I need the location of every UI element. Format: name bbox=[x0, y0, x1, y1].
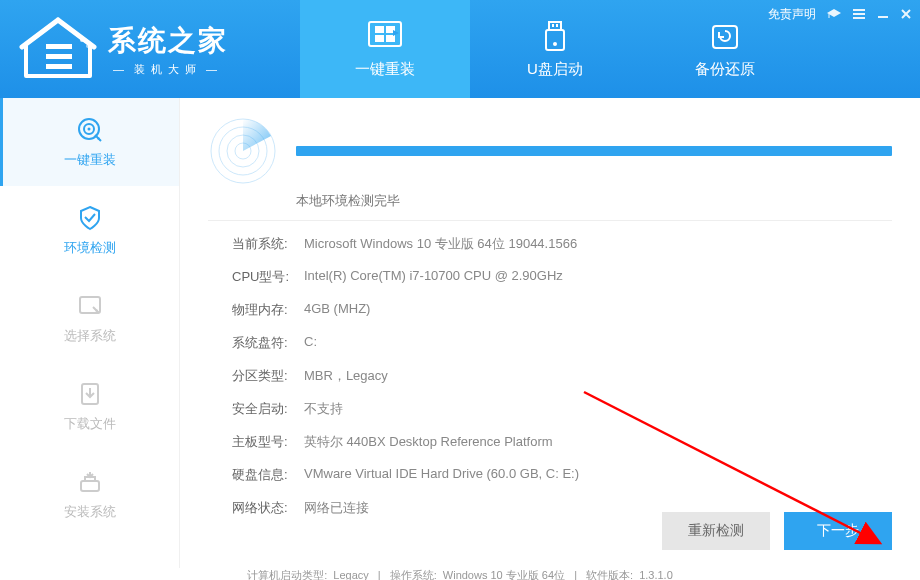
svg-rect-12 bbox=[556, 24, 558, 27]
logo-subtitle: 装机大师 bbox=[108, 62, 228, 77]
svg-point-24 bbox=[87, 128, 90, 131]
sidebar-item-label: 安装系统 bbox=[64, 503, 116, 521]
status-text: 本地环境检测完毕 bbox=[296, 192, 892, 210]
divider bbox=[208, 220, 892, 221]
footer-boot-label: 计算机启动类型: bbox=[247, 569, 327, 580]
svg-rect-11 bbox=[552, 24, 554, 27]
radar-icon bbox=[208, 116, 278, 186]
info-row-disk: 硬盘信息:VMware Virtual IDE Hard Drive (60.0… bbox=[232, 466, 892, 484]
svg-point-3 bbox=[80, 38, 84, 42]
target-icon bbox=[75, 115, 105, 145]
info-row-memory: 物理内存:4GB (MHZ) bbox=[232, 301, 892, 319]
footer-os-value: Windows 10 专业版 64位 bbox=[443, 569, 565, 580]
tab-usb-boot[interactable]: U盘启动 bbox=[470, 0, 640, 98]
recheck-button[interactable]: 重新检测 bbox=[662, 512, 770, 550]
tab-label: U盘启动 bbox=[527, 60, 583, 79]
info-row-os: 当前系统:Microsoft Windows 10 专业版 64位 19044.… bbox=[232, 235, 892, 253]
sidebar-item-env-check[interactable]: 环境检测 bbox=[0, 186, 179, 274]
sidebar-item-download[interactable]: 下载文件 bbox=[0, 362, 179, 450]
svg-rect-13 bbox=[546, 30, 564, 50]
svg-rect-9 bbox=[386, 35, 395, 42]
usb-icon bbox=[535, 20, 575, 54]
svg-rect-8 bbox=[375, 35, 384, 42]
info-row-partition: 分区类型:MBR，Legacy bbox=[232, 367, 892, 385]
info-row-motherboard: 主板型号:英特尔 440BX Desktop Reference Platfor… bbox=[232, 433, 892, 451]
footer-version-label: 软件版本: bbox=[586, 569, 633, 580]
top-tabs: 一键重装 U盘启动 备份还原 bbox=[300, 0, 810, 98]
main-content: 本地环境检测完毕 当前系统:Microsoft Windows 10 专业版 6… bbox=[180, 98, 920, 568]
tab-label: 一键重装 bbox=[355, 60, 415, 79]
menu-icon[interactable] bbox=[852, 7, 866, 23]
sidebar-item-label: 选择系统 bbox=[64, 327, 116, 345]
sidebar-item-label: 下载文件 bbox=[64, 415, 116, 433]
app-header: 系统之家 装机大师 一键重装 U盘启动 备份还原 免责声明 bbox=[0, 0, 920, 98]
graduation-icon[interactable] bbox=[826, 7, 842, 23]
progress-bar bbox=[296, 146, 892, 156]
tab-reinstall[interactable]: 一键重装 bbox=[300, 0, 470, 98]
svg-rect-2 bbox=[46, 64, 72, 69]
disclaimer-link[interactable]: 免责声明 bbox=[768, 6, 816, 23]
sidebar-item-label: 一键重装 bbox=[64, 151, 116, 169]
logo-title: 系统之家 bbox=[108, 22, 228, 60]
footer-boot-value: Legacy bbox=[333, 569, 368, 580]
tab-label: 备份还原 bbox=[695, 60, 755, 79]
system-info-list: 当前系统:Microsoft Windows 10 专业版 64位 19044.… bbox=[208, 235, 892, 517]
sidebar-item-reinstall[interactable]: 一键重装 bbox=[0, 98, 179, 186]
footer-os-label: 操作系统: bbox=[390, 569, 437, 580]
close-icon[interactable] bbox=[900, 7, 912, 23]
minimize-icon[interactable] bbox=[876, 7, 890, 23]
sidebar-item-label: 环境检测 bbox=[64, 239, 116, 257]
info-row-sysdrive: 系统盘符:C: bbox=[232, 334, 892, 352]
svg-rect-1 bbox=[46, 54, 72, 59]
svg-rect-15 bbox=[713, 26, 737, 48]
svg-point-4 bbox=[86, 44, 90, 48]
next-button[interactable]: 下一步 bbox=[784, 512, 892, 550]
sidebar-item-install[interactable]: 安装系统 bbox=[0, 450, 179, 538]
info-row-secureboot: 安全启动:不支持 bbox=[232, 400, 892, 418]
windows-reinstall-icon bbox=[365, 20, 405, 54]
footer-version-value: 1.3.1.0 bbox=[639, 569, 673, 580]
status-bar: 计算机启动类型:Legacy | 操作系统:Windows 10 专业版 64位… bbox=[0, 568, 920, 580]
svg-point-14 bbox=[553, 42, 557, 46]
svg-rect-0 bbox=[46, 44, 72, 49]
svg-rect-10 bbox=[549, 22, 561, 30]
sidebar-item-select-system[interactable]: 选择系统 bbox=[0, 274, 179, 362]
sidebar: 一键重装 环境检测 选择系统 下载文件 安装系统 bbox=[0, 98, 180, 568]
shield-check-icon bbox=[75, 203, 105, 233]
logo-area: 系统之家 装机大师 bbox=[0, 14, 300, 84]
svg-rect-27 bbox=[81, 481, 99, 491]
select-system-icon bbox=[75, 291, 105, 321]
download-icon bbox=[75, 379, 105, 409]
restore-icon bbox=[705, 20, 745, 54]
window-controls: 免责声明 bbox=[768, 6, 912, 23]
house-logo-icon bbox=[18, 14, 98, 84]
info-row-cpu: CPU型号:Intel(R) Core(TM) i7-10700 CPU @ 2… bbox=[232, 268, 892, 286]
install-icon bbox=[75, 467, 105, 497]
svg-rect-6 bbox=[375, 26, 384, 33]
